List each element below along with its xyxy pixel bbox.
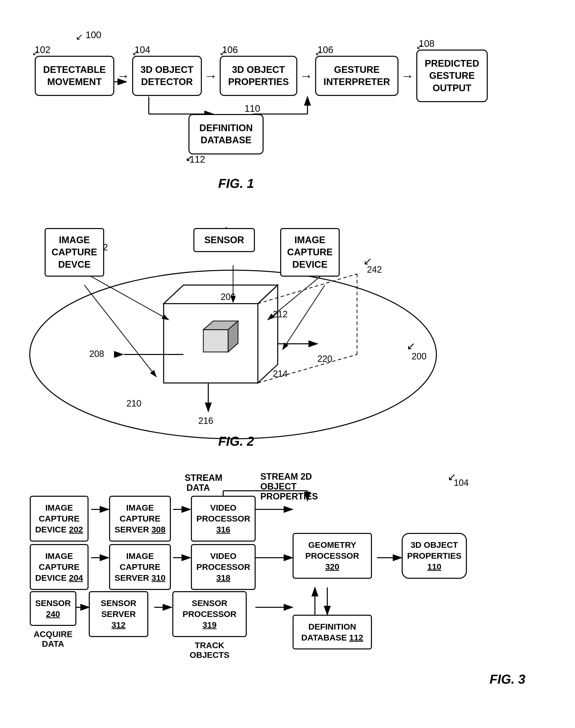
svg-line-15 bbox=[268, 273, 325, 320]
fig3-ics-310-box: IMAGECAPTURESERVER 310 bbox=[109, 544, 171, 590]
svg-text:220: 220 bbox=[317, 354, 332, 364]
fig3-geometry-processor-box: GEOMETRYPROCESSOR320 bbox=[293, 533, 372, 579]
fig3-vp-318-box: VIDEOPROCESSOR318 bbox=[191, 544, 256, 590]
arrow-100-icon: ↙ bbox=[76, 32, 83, 42]
definition-database-box-fig1: DEFINITIONDATABASE 112 ↙ 110 bbox=[189, 114, 264, 154]
fig3-vp-316-box: VIDEOPROCESSOR316 bbox=[191, 496, 256, 542]
ref-100-label: 100 bbox=[86, 30, 101, 40]
ref-104-arrow: ↙ bbox=[132, 48, 138, 57]
arrow-3: → bbox=[300, 68, 313, 83]
predicted-gesture-box: PREDICTEDGESTUREOUTPUT bbox=[416, 49, 488, 102]
fig1-caption: FIG. 1 bbox=[218, 176, 254, 191]
fig3-3d-object-properties-box: 3D OBJECTPROPERTIES110 bbox=[402, 533, 467, 579]
svg-line-20 bbox=[258, 274, 357, 304]
3d-object-detector-box: 3D OBJECTDETECTOR bbox=[132, 56, 202, 96]
fig3-ics-308-box: IMAGECAPTURESERVER 308 bbox=[109, 496, 171, 542]
ref-112-arrow: ↙ bbox=[186, 154, 192, 163]
fig1-container: 100 ↙ 102 bbox=[20, 30, 555, 198]
fig3-icd-204-box: IMAGECAPTUREDEVICE 204 bbox=[30, 544, 89, 590]
3d-object-properties-box: 3D OBJECTPROPERTIES bbox=[220, 56, 297, 96]
svg-text:↙: ↙ bbox=[363, 255, 372, 267]
svg-text:104: 104 bbox=[454, 478, 469, 488]
fig2-caption: FIG. 2 bbox=[218, 434, 254, 449]
svg-text:DATA: DATA bbox=[187, 483, 210, 493]
fig3-sensor-240-box: SENSOR240 ACQUIREDATA bbox=[30, 591, 76, 649]
ref-102-arrow: ↙ bbox=[32, 48, 38, 57]
track-objects-label: TRACKOBJECTS bbox=[172, 640, 247, 660]
page-container: 100 ↙ 102 bbox=[0, 0, 575, 728]
acquire-data-label: ACQUIREDATA bbox=[30, 629, 76, 649]
ref-106b-arrow: ↙ bbox=[315, 48, 322, 57]
fig3-definition-database-box: DEFINITIONDATABASE 112 bbox=[293, 615, 372, 650]
svg-marker-19 bbox=[258, 285, 278, 383]
ref-106a-arrow: ↙ bbox=[220, 48, 226, 57]
svg-text:↙: ↙ bbox=[407, 340, 415, 352]
svg-text:212: 212 bbox=[273, 309, 288, 319]
fig2-sensor-box: SENSOR bbox=[193, 228, 255, 252]
svg-text:208: 208 bbox=[89, 349, 104, 359]
fig3-svg: STREAM DATA STREAM 2D OBJECT PROPERTIES … bbox=[20, 466, 555, 689]
svg-rect-17 bbox=[164, 304, 258, 383]
arrow-4: → bbox=[401, 68, 414, 83]
arrow-1: → bbox=[117, 68, 130, 83]
fig2-icd-202-box: IMAGECAPTUREDEVCE bbox=[45, 228, 104, 277]
fig3-container: STREAM DATA STREAM 2D OBJECT PROPERTIES … bbox=[20, 466, 555, 689]
fig3-icd-202-box: IMAGECAPTUREDEVICE 202 bbox=[30, 496, 89, 542]
gesture-interpreter-box: GESTUREINTERPRETER bbox=[315, 56, 399, 96]
svg-line-16 bbox=[283, 285, 325, 349]
svg-text:PROPERTIES: PROPERTIES bbox=[260, 491, 318, 501]
arrow-2: → bbox=[204, 68, 217, 83]
svg-line-21 bbox=[258, 354, 357, 383]
svg-marker-18 bbox=[164, 285, 278, 304]
svg-text:STREAM: STREAM bbox=[185, 473, 223, 483]
svg-text:OBJECT: OBJECT bbox=[260, 481, 297, 491]
fig3-sensor-server-box: SENSORSERVER312 bbox=[89, 591, 148, 637]
svg-text:210: 210 bbox=[127, 398, 141, 409]
svg-marker-24 bbox=[203, 321, 238, 330]
fig3-sensor-processor-box: SENSORPROCESSOR319 TRACKOBJECTS bbox=[172, 591, 247, 660]
fig2-icd-204-box: IMAGECAPTUREDEVICE bbox=[280, 228, 340, 277]
svg-text:↙: ↙ bbox=[447, 471, 456, 483]
svg-line-13 bbox=[84, 285, 156, 377]
svg-rect-23 bbox=[203, 330, 228, 352]
ref-108-arrow: ↙ bbox=[416, 42, 422, 51]
svg-marker-25 bbox=[228, 321, 238, 352]
svg-text:214: 214 bbox=[273, 369, 288, 379]
fig3-caption: FIG. 3 bbox=[490, 672, 526, 687]
ref-110: 110 bbox=[244, 103, 260, 115]
detectable-movement-box: DETECTABLEMOVEMENT bbox=[35, 56, 114, 96]
svg-text:200: 200 bbox=[412, 351, 427, 361]
svg-text:242: 242 bbox=[367, 265, 382, 275]
svg-text:216: 216 bbox=[198, 416, 213, 426]
fig1-boxes: 102 ↙ DETECTABLEMOVEMENT → 104 ↙ 3D OBJE… bbox=[35, 49, 506, 102]
svg-point-11 bbox=[30, 270, 436, 439]
svg-text:STREAM 2D: STREAM 2D bbox=[260, 472, 312, 482]
svg-text:206: 206 bbox=[221, 292, 236, 302]
fig2-container: 206 208 210 212 214 216 220 200 ↙ 242 ↙ … bbox=[20, 208, 555, 451]
svg-line-12 bbox=[84, 273, 169, 320]
